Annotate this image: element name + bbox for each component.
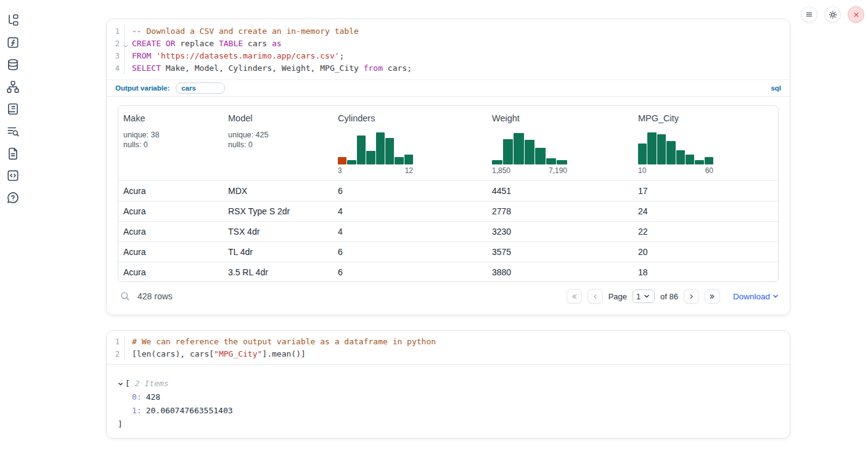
cell-make: Acura [118, 262, 223, 282]
sql-string: 'https://datasets.marimo.app/cars.csv' [156, 51, 339, 60]
chevron-right-icon [687, 293, 695, 301]
histogram-bar [525, 140, 535, 164]
hist-min-label: 1,850 [492, 166, 510, 175]
cell-weight: 3880 [487, 262, 633, 282]
histogram-bar [546, 158, 557, 164]
column-header-cylinders[interactable]: Cylinders 312 [333, 106, 487, 180]
cell-mpg: 22 [633, 221, 778, 241]
chevrons-right-icon [708, 293, 716, 301]
cell-cylinders: 6 [333, 241, 487, 262]
tree-close-bracket: ] [118, 418, 123, 431]
histogram-bar [676, 150, 685, 164]
column-name: Make [123, 113, 218, 123]
python-editor[interactable]: 1 # We can reference the output variable… [107, 331, 790, 360]
histogram-bar [647, 132, 656, 164]
sql-token: TABLE [219, 39, 243, 48]
histogram-bar [357, 136, 366, 164]
column-header-mpg-city[interactable]: MPG_City 1060 [633, 106, 778, 180]
sql-token: SELECT [132, 63, 161, 73]
column-unique: unique: 425 [228, 130, 328, 140]
cell-weight: 4451 [487, 180, 633, 201]
sql-token: cars; [383, 63, 412, 73]
database-icon[interactable] [6, 58, 20, 71]
cell-cylinders: 4 [333, 221, 487, 241]
tree-close-row: ] [118, 418, 790, 431]
cell-model: TL 4dr [223, 241, 333, 262]
tree-open-bracket: [ [125, 377, 130, 390]
cylinders-histogram[interactable]: 312 [338, 131, 413, 175]
page-select[interactable]: 1 [633, 289, 655, 303]
sidebar [0, 0, 30, 449]
histogram-bar [657, 134, 666, 165]
column-header-make[interactable]: Make unique: 38nulls: 0 [118, 106, 223, 180]
histogram-bar [705, 157, 713, 164]
pagination: Page 1 of 86 Download [567, 289, 779, 304]
settings-button[interactable] [824, 6, 841, 23]
line-number: 4 [107, 62, 124, 75]
tree-entry: 0: 428 [118, 390, 790, 404]
file-tree-icon[interactable] [6, 14, 20, 27]
hist-max-label: 12 [405, 166, 413, 175]
cell-model: TSX 4dr [223, 221, 333, 241]
previous-page-button[interactable] [588, 289, 603, 304]
column-header-model[interactable]: Model unique: 425nulls: 0 [223, 106, 333, 180]
download-button[interactable]: Download [733, 292, 779, 301]
menu-button[interactable] [801, 6, 817, 23]
sql-token: CREATE [132, 39, 161, 48]
weight-histogram[interactable]: 1,8507,190 [492, 131, 567, 175]
sql-token: cars [243, 39, 272, 48]
histogram-bar [376, 132, 385, 164]
py-string: "MPG_City" [214, 349, 262, 358]
py-comment: # We can reference the output variable a… [132, 337, 436, 346]
cell-make: Acura [118, 241, 223, 262]
cell-make: Acura [118, 180, 223, 201]
dependency-graph-icon[interactable] [6, 80, 20, 94]
sql-token: replace [175, 39, 218, 48]
output-variable-input[interactable] [176, 83, 225, 94]
tree-output: [ 2 Items 0: 428 1: 20.060747663551403 ] [107, 365, 790, 431]
histogram-bar [366, 151, 375, 164]
cell-weight: 3575 [487, 241, 633, 262]
fold-chevron-icon[interactable] [123, 40, 128, 52]
histogram-bar [638, 144, 647, 164]
tree-items-count: 2 Items [135, 377, 169, 390]
logs-search-icon[interactable] [6, 124, 20, 138]
next-page-button[interactable] [684, 289, 699, 304]
cell-mpg: 24 [633, 201, 778, 221]
sql-editor[interactable]: 1 -- Download a CSV and create an in-mem… [107, 19, 790, 75]
py-token: ].mean()] [262, 349, 305, 358]
scratchpad-scroll-icon[interactable] [6, 102, 20, 116]
hist-max-label: 7,190 [549, 166, 567, 175]
table-footer: 428 rows Page 1 of 86 Download [118, 284, 779, 309]
snippets-code-icon[interactable] [6, 169, 20, 182]
sql-token: as [272, 39, 282, 48]
documentation-icon[interactable] [6, 147, 20, 160]
column-header-weight[interactable]: Weight 1,8507,190 [487, 106, 633, 180]
close-icon [852, 10, 861, 19]
line-number: 2 [107, 348, 124, 360]
histogram-bar [503, 139, 514, 164]
tree-collapse-chevron-icon[interactable] [118, 381, 123, 387]
histogram-bar [338, 157, 346, 164]
search-button[interactable] [118, 289, 133, 304]
mpg-city-histogram[interactable]: 1060 [638, 131, 713, 175]
hist-max-label: 60 [705, 166, 713, 175]
hist-min-label: 10 [638, 166, 646, 175]
code-line: 2 [len(cars), cars["MPG_City"].mean()] [107, 348, 790, 360]
sql-token: OR [166, 39, 176, 48]
first-page-button[interactable] [567, 289, 582, 304]
function-square-icon[interactable] [6, 36, 20, 49]
page-of-label: of 86 [660, 292, 678, 301]
gear-icon [828, 10, 838, 20]
column-nulls: nulls: 0 [123, 140, 218, 150]
cell-cylinders: 6 [333, 180, 487, 201]
tree-value: 20.060747663551403 [146, 404, 233, 418]
histogram-bar [347, 160, 356, 164]
histogram-bar [666, 141, 675, 165]
last-page-button[interactable] [705, 289, 720, 304]
search-icon [120, 291, 131, 302]
histogram-bar [395, 157, 403, 164]
histogram-bar [557, 160, 567, 164]
help-bubble-icon[interactable] [6, 191, 20, 204]
shutdown-button[interactable] [848, 6, 864, 23]
